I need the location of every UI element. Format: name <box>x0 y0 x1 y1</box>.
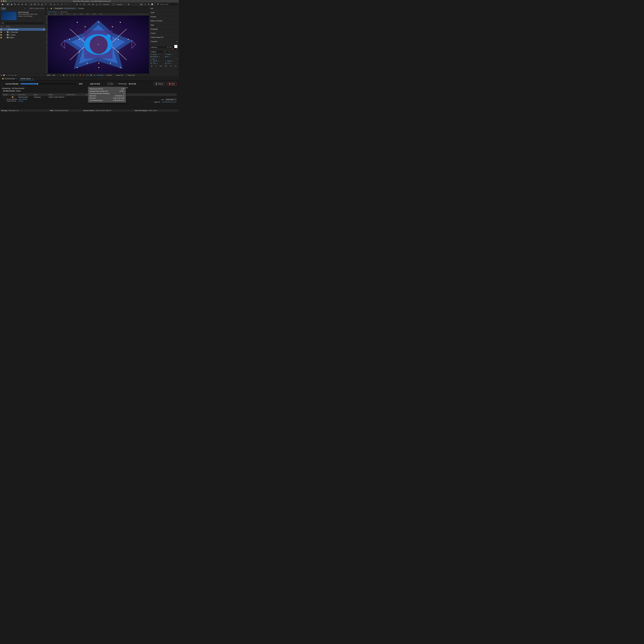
region-interest-icon[interactable]: ◫ <box>69 74 71 76</box>
panel-align[interactable]: Align <box>149 23 179 27</box>
col-render-time[interactable]: Render Time <box>67 94 85 95</box>
project-item[interactable]: ›1. Precomps <box>0 31 45 33</box>
timeline-tab-comp[interactable]: .AE Benchmark × <box>1 77 19 80</box>
brush-tool[interactable] <box>49 3 52 6</box>
stop-button[interactable]: Stop <box>167 82 177 86</box>
tab-effect-controls[interactable]: Effect Controls (none) <box>29 7 44 10</box>
eraser-tool[interactable] <box>57 3 60 6</box>
pause-button[interactable]: ❚❚ Pause <box>154 82 165 86</box>
clone-tool[interactable] <box>53 3 56 6</box>
col-comp-name[interactable]: Comp Name <box>18 94 33 95</box>
selection-handle[interactable] <box>77 67 78 68</box>
selection-handle[interactable] <box>118 51 119 52</box>
tsume-value[interactable]: 0 % <box>167 62 170 64</box>
rotation-tool[interactable] <box>30 3 33 6</box>
character-panel-title[interactable]: Character <box>151 41 157 42</box>
output-module-value[interactable]: Lossless <box>18 100 23 102</box>
selection-handle[interactable] <box>69 39 70 40</box>
bold-button[interactable]: T <box>151 65 152 67</box>
draft-3d-toggle[interactable]: ⬚ Draft 3D <box>105 74 112 76</box>
orbit-tool[interactable] <box>17 3 20 6</box>
tab-project[interactable]: Project <box>1 7 6 10</box>
home-button[interactable] <box>1 3 4 6</box>
render-info-button[interactable]: i Info <box>106 82 115 85</box>
snapping-checkbox[interactable] <box>112 3 115 6</box>
col-num[interactable]: # <box>13 94 17 95</box>
current-time[interactable]: 0:00:05:06 <box>97 74 103 76</box>
axis-view-icon[interactable] <box>83 3 86 6</box>
search-help-input[interactable]: 🔍 Search Help <box>156 3 178 6</box>
selection-handle[interactable] <box>120 67 121 68</box>
panel-audio[interactable]: Audio <box>149 11 179 15</box>
3d-rotate-icon[interactable]: ↻ <box>99 3 102 6</box>
renderer-dropdown[interactable]: Classic 3D▾ <box>116 74 126 76</box>
font-size-value[interactable]: 36 px <box>153 53 157 55</box>
eyedropper-icon[interactable]: ✎ <box>170 46 171 48</box>
col-label-icon[interactable]: 🏷 <box>11 94 13 95</box>
composition-viewer[interactable]: 30040050060070080090010001100 234567 <box>46 13 149 73</box>
roto-brush-tool[interactable]: ✦ <box>60 3 63 6</box>
tab-menu-icon[interactable]: ≡ <box>32 78 33 79</box>
axis-mode-label[interactable]: Universal <box>102 4 110 5</box>
timeline-tab-render-queue[interactable]: Render Queue ≡ <box>19 77 35 80</box>
hscale-value[interactable]: 100 % <box>167 60 172 62</box>
selection-handle[interactable] <box>77 22 78 23</box>
selection-handle[interactable] <box>118 39 119 40</box>
zoom-tool[interactable] <box>14 3 17 6</box>
active-camera-label[interactable]: Active Cam <box>128 74 135 76</box>
selection-handle[interactable] <box>128 39 129 40</box>
superscript-button[interactable]: T¹ <box>170 65 172 67</box>
stroke-width-value[interactable]: - px <box>152 58 154 60</box>
panel-tracker[interactable]: Tracker <box>149 31 179 35</box>
flowchart-icon[interactable]: ⧉ <box>43 29 44 30</box>
selection-handle[interactable] <box>120 22 121 23</box>
minimize-window-button[interactable] <box>3 1 4 2</box>
name-column-header[interactable]: Name <box>6 26 10 27</box>
reset-exposure-icon[interactable]: ↻ <box>83 74 85 76</box>
project-item[interactable]: ›2. Assets <box>0 33 45 36</box>
zoom-dropdown[interactable]: 100%▾ <box>47 74 51 76</box>
new-folder-icon[interactable]: 📁 <box>3 74 5 76</box>
pen-tool[interactable] <box>40 3 44 6</box>
output-module-twirl[interactable]: › <box>5 100 5 102</box>
font-family-dropdown[interactable]: Helvetica▾ <box>150 46 169 49</box>
font-style-dropdown[interactable]: Regular▾ <box>150 50 166 53</box>
tab-menu-icon[interactable]: ≡ <box>75 7 76 9</box>
vscale-value[interactable]: 100 % <box>153 60 157 62</box>
selection-handle[interactable] <box>112 26 113 27</box>
3d-scale-icon[interactable]: ▢ <box>95 3 98 6</box>
twirl-icon[interactable]: › <box>5 31 6 33</box>
fill-color-swatch[interactable] <box>174 45 177 48</box>
close-tab-icon[interactable]: × <box>16 78 17 80</box>
project-item[interactable]: ›Salads <box>0 36 45 39</box>
exposure-value[interactable]: +0.0 <box>86 74 89 76</box>
close-window-button[interactable] <box>1 1 2 2</box>
comp-lock-icon[interactable]: 🔒 <box>50 7 52 9</box>
trash-icon[interactable]: 🗑 <box>15 74 16 76</box>
text-tool[interactable]: T <box>44 3 47 6</box>
panel-menu-icon[interactable]: ≡ <box>24 7 25 9</box>
overflow-icon[interactable]: ❯❯ <box>140 3 143 6</box>
col-started[interactable]: Started <box>48 94 66 95</box>
selection-handle[interactable] <box>98 22 99 23</box>
bpc-label[interactable]: 8 bpc <box>11 74 14 76</box>
italic-button[interactable]: T <box>156 65 156 67</box>
selection-handle[interactable] <box>110 63 111 64</box>
color-mgmt-icon[interactable]: ◐ <box>79 74 81 76</box>
selection-handle[interactable] <box>98 63 99 64</box>
col-render[interactable]: Render <box>3 94 11 95</box>
resolution-dropdown[interactable]: Half▾ <box>53 74 61 76</box>
rectangle-tool[interactable] <box>33 3 36 6</box>
selection-handle[interactable] <box>98 67 99 68</box>
panel-menu-icon[interactable]: ≡ <box>176 41 177 42</box>
hand-tool[interactable] <box>10 3 13 6</box>
baseline-value[interactable]: 0 px <box>153 62 156 64</box>
selection-handle[interactable] <box>79 51 80 52</box>
panel-paragraph[interactable]: Paragraph <box>149 27 179 31</box>
label-color-swatch[interactable] <box>1 34 2 36</box>
row-twirl[interactable]: ⌄ <box>3 96 4 98</box>
small-swatch[interactable] <box>167 51 168 52</box>
pan-behind-tool[interactable] <box>21 3 24 6</box>
snapshot-icon[interactable]: 📷 <box>90 74 92 76</box>
composition-tab-name[interactable]: .AE Benchmark <box>64 7 74 9</box>
